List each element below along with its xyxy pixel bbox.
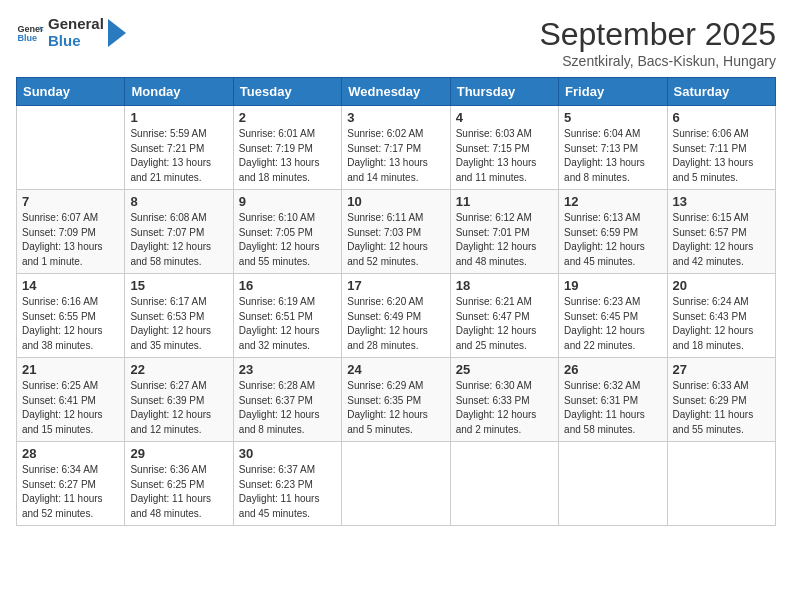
- day-info: Sunrise: 6:32 AMSunset: 6:31 PMDaylight:…: [564, 379, 661, 437]
- day-info: Sunrise: 6:33 AMSunset: 6:29 PMDaylight:…: [673, 379, 770, 437]
- calendar-cell: 18Sunrise: 6:21 AMSunset: 6:47 PMDayligh…: [450, 274, 558, 358]
- day-number: 4: [456, 110, 553, 125]
- day-info: Sunrise: 6:08 AMSunset: 7:07 PMDaylight:…: [130, 211, 227, 269]
- day-number: 28: [22, 446, 119, 461]
- day-info: Sunrise: 6:29 AMSunset: 6:35 PMDaylight:…: [347, 379, 444, 437]
- day-info: Sunrise: 6:13 AMSunset: 6:59 PMDaylight:…: [564, 211, 661, 269]
- calendar-cell: 1Sunrise: 5:59 AMSunset: 7:21 PMDaylight…: [125, 106, 233, 190]
- calendar-cell: 3Sunrise: 6:02 AMSunset: 7:17 PMDaylight…: [342, 106, 450, 190]
- calendar-week-row: 7Sunrise: 6:07 AMSunset: 7:09 PMDaylight…: [17, 190, 776, 274]
- calendar-cell: 5Sunrise: 6:04 AMSunset: 7:13 PMDaylight…: [559, 106, 667, 190]
- day-info: Sunrise: 6:06 AMSunset: 7:11 PMDaylight:…: [673, 127, 770, 185]
- logo-text-general: General: [48, 16, 104, 33]
- calendar-cell: 4Sunrise: 6:03 AMSunset: 7:15 PMDaylight…: [450, 106, 558, 190]
- day-number: 18: [456, 278, 553, 293]
- day-number: 11: [456, 194, 553, 209]
- day-info: Sunrise: 6:37 AMSunset: 6:23 PMDaylight:…: [239, 463, 336, 521]
- svg-marker-3: [108, 19, 126, 47]
- calendar-table: SundayMondayTuesdayWednesdayThursdayFrid…: [16, 77, 776, 526]
- calendar-week-row: 1Sunrise: 5:59 AMSunset: 7:21 PMDaylight…: [17, 106, 776, 190]
- calendar-cell: 9Sunrise: 6:10 AMSunset: 7:05 PMDaylight…: [233, 190, 341, 274]
- day-number: 1: [130, 110, 227, 125]
- day-info: Sunrise: 6:36 AMSunset: 6:25 PMDaylight:…: [130, 463, 227, 521]
- day-info: Sunrise: 6:19 AMSunset: 6:51 PMDaylight:…: [239, 295, 336, 353]
- calendar-cell: 6Sunrise: 6:06 AMSunset: 7:11 PMDaylight…: [667, 106, 775, 190]
- day-number: 10: [347, 194, 444, 209]
- calendar-cell: 19Sunrise: 6:23 AMSunset: 6:45 PMDayligh…: [559, 274, 667, 358]
- day-number: 7: [22, 194, 119, 209]
- day-info: Sunrise: 6:16 AMSunset: 6:55 PMDaylight:…: [22, 295, 119, 353]
- day-number: 26: [564, 362, 661, 377]
- calendar-cell: [17, 106, 125, 190]
- day-info: Sunrise: 5:59 AMSunset: 7:21 PMDaylight:…: [130, 127, 227, 185]
- calendar-cell: 8Sunrise: 6:08 AMSunset: 7:07 PMDaylight…: [125, 190, 233, 274]
- day-info: Sunrise: 6:02 AMSunset: 7:17 PMDaylight:…: [347, 127, 444, 185]
- day-number: 23: [239, 362, 336, 377]
- day-of-week-header: Friday: [559, 78, 667, 106]
- calendar-cell: 13Sunrise: 6:15 AMSunset: 6:57 PMDayligh…: [667, 190, 775, 274]
- logo: General Blue General Blue: [16, 16, 126, 49]
- day-info: Sunrise: 6:11 AMSunset: 7:03 PMDaylight:…: [347, 211, 444, 269]
- day-info: Sunrise: 6:24 AMSunset: 6:43 PMDaylight:…: [673, 295, 770, 353]
- calendar-cell: 16Sunrise: 6:19 AMSunset: 6:51 PMDayligh…: [233, 274, 341, 358]
- day-info: Sunrise: 6:27 AMSunset: 6:39 PMDaylight:…: [130, 379, 227, 437]
- day-number: 9: [239, 194, 336, 209]
- day-number: 21: [22, 362, 119, 377]
- calendar-cell: 7Sunrise: 6:07 AMSunset: 7:09 PMDaylight…: [17, 190, 125, 274]
- day-number: 14: [22, 278, 119, 293]
- calendar-week-row: 28Sunrise: 6:34 AMSunset: 6:27 PMDayligh…: [17, 442, 776, 526]
- day-info: Sunrise: 6:25 AMSunset: 6:41 PMDaylight:…: [22, 379, 119, 437]
- logo-arrow-icon: [108, 19, 126, 47]
- calendar-cell: 25Sunrise: 6:30 AMSunset: 6:33 PMDayligh…: [450, 358, 558, 442]
- calendar-cell: 17Sunrise: 6:20 AMSunset: 6:49 PMDayligh…: [342, 274, 450, 358]
- day-info: Sunrise: 6:01 AMSunset: 7:19 PMDaylight:…: [239, 127, 336, 185]
- day-info: Sunrise: 6:28 AMSunset: 6:37 PMDaylight:…: [239, 379, 336, 437]
- day-number: 2: [239, 110, 336, 125]
- calendar-cell: 22Sunrise: 6:27 AMSunset: 6:39 PMDayligh…: [125, 358, 233, 442]
- calendar-header-row: SundayMondayTuesdayWednesdayThursdayFrid…: [17, 78, 776, 106]
- day-number: 27: [673, 362, 770, 377]
- page-header: General Blue General Blue September 2025…: [16, 16, 776, 69]
- day-number: 13: [673, 194, 770, 209]
- day-number: 8: [130, 194, 227, 209]
- day-number: 12: [564, 194, 661, 209]
- month-title: September 2025: [539, 16, 776, 53]
- svg-text:Blue: Blue: [17, 33, 37, 43]
- day-info: Sunrise: 6:04 AMSunset: 7:13 PMDaylight:…: [564, 127, 661, 185]
- day-info: Sunrise: 6:17 AMSunset: 6:53 PMDaylight:…: [130, 295, 227, 353]
- calendar-cell: 11Sunrise: 6:12 AMSunset: 7:01 PMDayligh…: [450, 190, 558, 274]
- calendar-cell: [667, 442, 775, 526]
- calendar-cell: 21Sunrise: 6:25 AMSunset: 6:41 PMDayligh…: [17, 358, 125, 442]
- day-info: Sunrise: 6:07 AMSunset: 7:09 PMDaylight:…: [22, 211, 119, 269]
- calendar-cell: [450, 442, 558, 526]
- day-number: 24: [347, 362, 444, 377]
- day-info: Sunrise: 6:30 AMSunset: 6:33 PMDaylight:…: [456, 379, 553, 437]
- calendar-cell: 23Sunrise: 6:28 AMSunset: 6:37 PMDayligh…: [233, 358, 341, 442]
- calendar-cell: 15Sunrise: 6:17 AMSunset: 6:53 PMDayligh…: [125, 274, 233, 358]
- day-info: Sunrise: 6:15 AMSunset: 6:57 PMDaylight:…: [673, 211, 770, 269]
- day-number: 16: [239, 278, 336, 293]
- day-of-week-header: Monday: [125, 78, 233, 106]
- day-info: Sunrise: 6:20 AMSunset: 6:49 PMDaylight:…: [347, 295, 444, 353]
- calendar-cell: 20Sunrise: 6:24 AMSunset: 6:43 PMDayligh…: [667, 274, 775, 358]
- calendar-cell: 29Sunrise: 6:36 AMSunset: 6:25 PMDayligh…: [125, 442, 233, 526]
- day-number: 22: [130, 362, 227, 377]
- day-number: 15: [130, 278, 227, 293]
- day-of-week-header: Tuesday: [233, 78, 341, 106]
- day-number: 29: [130, 446, 227, 461]
- calendar-cell: 27Sunrise: 6:33 AMSunset: 6:29 PMDayligh…: [667, 358, 775, 442]
- calendar-cell: 28Sunrise: 6:34 AMSunset: 6:27 PMDayligh…: [17, 442, 125, 526]
- day-info: Sunrise: 6:21 AMSunset: 6:47 PMDaylight:…: [456, 295, 553, 353]
- day-number: 20: [673, 278, 770, 293]
- day-info: Sunrise: 6:03 AMSunset: 7:15 PMDaylight:…: [456, 127, 553, 185]
- logo-icon: General Blue: [16, 19, 44, 47]
- day-info: Sunrise: 6:12 AMSunset: 7:01 PMDaylight:…: [456, 211, 553, 269]
- calendar-week-row: 21Sunrise: 6:25 AMSunset: 6:41 PMDayligh…: [17, 358, 776, 442]
- calendar-week-row: 14Sunrise: 6:16 AMSunset: 6:55 PMDayligh…: [17, 274, 776, 358]
- day-number: 19: [564, 278, 661, 293]
- subtitle: Szentkiraly, Bacs-Kiskun, Hungary: [539, 53, 776, 69]
- day-number: 17: [347, 278, 444, 293]
- calendar-cell: 30Sunrise: 6:37 AMSunset: 6:23 PMDayligh…: [233, 442, 341, 526]
- calendar-cell: 2Sunrise: 6:01 AMSunset: 7:19 PMDaylight…: [233, 106, 341, 190]
- calendar-cell: 14Sunrise: 6:16 AMSunset: 6:55 PMDayligh…: [17, 274, 125, 358]
